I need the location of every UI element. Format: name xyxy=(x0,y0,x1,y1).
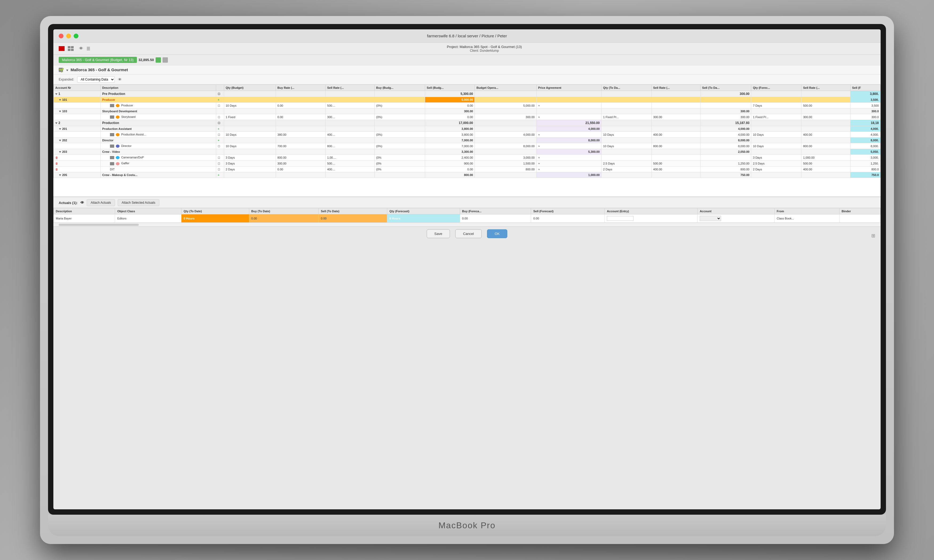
traffic-lights xyxy=(59,34,79,38)
table-row: 2 Production ☐ 17,000.00 21,550.00 15,18… xyxy=(54,120,881,126)
actuals-cell-buy-td: 0.00 xyxy=(249,214,319,223)
actuals-cell-qty-f: 8 Hours xyxy=(387,214,460,223)
actuals-cell-account-entry[interactable] xyxy=(605,214,698,223)
actuals-cell-desc: Maria Bayer xyxy=(54,214,115,223)
title-bar: farmerswife 6.8 / local server / Picture… xyxy=(53,29,881,43)
cell-cat-desc: Producer xyxy=(100,97,216,103)
cell-cat-id: 101 xyxy=(54,97,100,103)
cell-sell-td-sec2: 15,187.93 xyxy=(701,120,751,126)
project-client: Client: Dunderklump xyxy=(470,49,499,52)
expanded-select[interactable]: All Containing Data xyxy=(77,76,115,83)
delete-icon[interactable]: 🗑 xyxy=(55,156,58,159)
col-qty-budget: Qty (Budget) xyxy=(224,85,276,91)
actuals-header-row: Description Object Class Qty (To Date) B… xyxy=(54,208,881,214)
cell-qty-budget: 10 Days xyxy=(224,103,276,109)
toolbar-list-icon[interactable]: ☰ xyxy=(86,46,90,51)
cell-sell-b203: 3,300.00 xyxy=(425,149,475,155)
budget-arrow-icon[interactable] xyxy=(162,57,168,63)
cell-sub203-id: 203 xyxy=(54,149,100,155)
col-icon xyxy=(216,85,224,91)
cell-sell-rate: 500.... xyxy=(325,103,375,109)
actuals-table-wrapper[interactable]: Description Object Class Qty (To Date) B… xyxy=(53,208,881,223)
save-button[interactable]: Save xyxy=(427,229,450,238)
budget-amount: 32,895.50 xyxy=(139,58,154,62)
table-row: 202 Director + 7,000.00 8,000.00 8,000.0… xyxy=(54,138,881,143)
table-row: 🗑 DIT ☐ 2 Days 0.00 400.... (0% 0.00 800… xyxy=(54,166,881,172)
ok-button[interactable]: OK xyxy=(487,229,507,238)
plus-icon[interactable]: + xyxy=(218,127,219,131)
delete-icon[interactable]: 🗑 xyxy=(55,168,58,171)
attach-selected-actuals-button[interactable]: Attach Selected Actuals xyxy=(118,199,159,206)
col-sell-rate-f: Sell Rate (... xyxy=(801,85,851,91)
cell-sub-id: 103 xyxy=(54,109,100,114)
cell-sell-b201: 3,800.00 xyxy=(425,126,475,132)
table-row: 103 Storyboard Development 300.00 300.00… xyxy=(54,109,881,114)
horizontal-scrollbar[interactable] xyxy=(53,223,881,226)
filter-eye-icon[interactable]: 👁 xyxy=(118,77,122,82)
plus-icon[interactable]: + xyxy=(218,138,219,142)
actuals-col-binder: Binder xyxy=(839,208,880,214)
cell-sub205-id: 205 xyxy=(54,172,100,178)
plant-icon[interactable]: 🌱 xyxy=(59,68,63,72)
cell-sell-f201: 4,000. xyxy=(850,126,880,132)
col-sell-rate-td: Sell Rate (... xyxy=(651,85,701,91)
macbook-outer: farmerswife 6.8 / local server / Picture… xyxy=(40,16,894,544)
cell-price201: 4,000.00 xyxy=(536,126,601,132)
cell-sell-budget-cat: 5,000.00 xyxy=(425,97,475,103)
cell-sell-f205: 750.0 xyxy=(850,172,880,178)
minimize-button[interactable] xyxy=(66,34,71,38)
table-row: 201 Production Assistant + 3,800.00 4,00… xyxy=(54,126,881,132)
table-row: Director ☐ 10 Days 700.00 800.... (0%) 7… xyxy=(54,143,881,149)
col-buy-rate: Buy Rate (... xyxy=(276,85,325,91)
col-account-nr: Account Nr xyxy=(54,85,100,91)
cell-sell-b205: 800.00 xyxy=(425,172,475,178)
toolbar-eye-icon[interactable]: 👁 xyxy=(79,46,83,51)
cell-sell-budget-item: 5,000.00 xyxy=(475,103,536,109)
table-row: Production Assist... ☐ 10 Days 380.00 40… xyxy=(54,132,881,138)
cell-sell-td203: 2,050.00 xyxy=(701,149,751,155)
actuals-col-qty-f: Qty (Forecast) xyxy=(387,208,460,214)
actuals-col-account-entry: Account (Entry) xyxy=(605,208,698,214)
actuals-cell-account[interactable] xyxy=(698,214,774,223)
table-row: Producer ☐ 10 Days 0.00 500.... (0%) 0.0… xyxy=(54,103,881,109)
table-row: 🗑 Gaffer ☐ 3 Days 300.00 500.... (0% xyxy=(54,160,881,166)
actuals-col-desc: Description xyxy=(54,208,115,214)
cell-buy-b2: 0.00 xyxy=(425,114,475,120)
budget-check-icon[interactable] xyxy=(156,57,161,63)
col-price-agreement: Price Agreement xyxy=(536,85,601,91)
account-entry-input[interactable] xyxy=(607,216,633,221)
cell-icon: + xyxy=(216,97,224,103)
toolbar-grid-icon[interactable] xyxy=(68,46,74,51)
cell-sell-f203: 5,050. xyxy=(850,149,880,155)
actuals-eye-icon[interactable]: 👁 xyxy=(80,200,84,205)
maximize-button[interactable] xyxy=(74,34,79,38)
cell-sell-b202: 7,000.00 xyxy=(425,138,475,143)
cell-budget-opera: ≈ xyxy=(536,103,601,109)
cancel-button[interactable]: Cancel xyxy=(455,229,481,238)
col-buy-budget: Buy (Budg... xyxy=(375,85,425,91)
toolbar-red-icon[interactable] xyxy=(59,46,65,51)
cell-price205: 1,000.00 xyxy=(536,172,601,178)
delete-icon[interactable]: 🗑 xyxy=(55,162,58,165)
cell-pct2: (0%) xyxy=(375,114,425,120)
table-row: 1 Pre Production ☐ 5,300.00 300.00 3,800… xyxy=(54,91,881,97)
plus-icon[interactable]: + xyxy=(218,98,219,102)
cell-item-dir: Director xyxy=(100,143,216,149)
cell-sell-f-sec2: 18,18 xyxy=(850,120,880,126)
cell-sell-f-cat: 3,500. xyxy=(850,97,880,103)
account-select[interactable] xyxy=(700,216,721,221)
cell-sell-budget-sub: 300.00 xyxy=(425,109,475,114)
table-header-row: Account Nr Description Qty (Budget) Buy … xyxy=(54,85,881,91)
cell-sub201-id: 201 xyxy=(54,126,100,132)
cell-buy-budget: 0.00 xyxy=(425,103,475,109)
main-table-wrapper[interactable]: Account Nr Description Qty (Budget) Buy … xyxy=(53,85,881,197)
plus-icon[interactable]: + xyxy=(218,173,219,177)
attach-actuals-button[interactable]: Attach Actuals xyxy=(87,199,115,206)
close-button[interactable] xyxy=(59,34,63,38)
actuals-col-buy-f: Buy (Foreca... xyxy=(460,208,531,214)
cell-bo2: ≈ xyxy=(536,114,601,120)
actuals-col-from: From xyxy=(774,208,839,214)
actuals-cell-from: Class Book... xyxy=(774,214,839,223)
cell-pct: (0%) xyxy=(375,103,425,109)
cell-sub205-desc: Crew - Makeup & Costu... xyxy=(100,172,216,178)
